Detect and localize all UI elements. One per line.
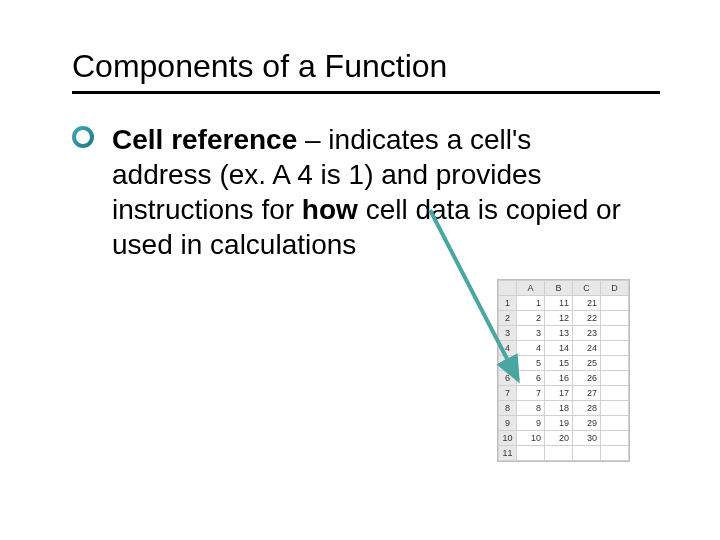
- cell: 13: [545, 326, 573, 341]
- row-header: 7: [499, 386, 517, 401]
- row-header: 2: [499, 311, 517, 326]
- bullet-how: how: [302, 194, 358, 225]
- table-row: 551525: [499, 356, 629, 371]
- cell: [601, 356, 629, 371]
- cell: [601, 326, 629, 341]
- bullet-text: Cell reference – indicates a cell's addr…: [112, 122, 632, 262]
- cell: 9: [517, 416, 545, 431]
- slide-title: Components of a Function: [72, 48, 660, 94]
- row-header: 10: [499, 431, 517, 446]
- cell: 17: [545, 386, 573, 401]
- row-header: 1: [499, 296, 517, 311]
- cell: 21: [573, 296, 601, 311]
- table-row: 10102030: [499, 431, 629, 446]
- bullet-row: Cell reference – indicates a cell's addr…: [72, 122, 660, 262]
- cell: 6: [517, 371, 545, 386]
- table-row: 221222: [499, 311, 629, 326]
- table-row: 111121: [499, 296, 629, 311]
- cell: 10: [517, 431, 545, 446]
- spreadsheet-table: A B C D 11112122122233132344142455152566…: [498, 280, 629, 461]
- cell: 4: [517, 341, 545, 356]
- cell: 1: [517, 296, 545, 311]
- table-row: 441424: [499, 341, 629, 356]
- row-header: 11: [499, 446, 517, 461]
- svg-point-0: [74, 128, 92, 146]
- cell: 24: [573, 341, 601, 356]
- cell: [601, 386, 629, 401]
- cell: 3: [517, 326, 545, 341]
- cell: [601, 371, 629, 386]
- cell: 2: [517, 311, 545, 326]
- cell: 14: [545, 341, 573, 356]
- ring-bullet-icon: [72, 126, 94, 148]
- cell: 8: [517, 401, 545, 416]
- col-header: B: [545, 281, 573, 296]
- row-header: 4: [499, 341, 517, 356]
- cell: [573, 446, 601, 461]
- cell: [601, 416, 629, 431]
- cell: 15: [545, 356, 573, 371]
- col-header: D: [601, 281, 629, 296]
- cell: 25: [573, 356, 601, 371]
- col-header: A: [517, 281, 545, 296]
- cell: 19: [545, 416, 573, 431]
- row-header: 6: [499, 371, 517, 386]
- cell: 29: [573, 416, 601, 431]
- row-header: 9: [499, 416, 517, 431]
- table-row: A B C D: [499, 281, 629, 296]
- cell: 16: [545, 371, 573, 386]
- col-header: C: [573, 281, 601, 296]
- cell: [545, 446, 573, 461]
- cell: 12: [545, 311, 573, 326]
- cell: 18: [545, 401, 573, 416]
- bullet-term: Cell reference: [112, 124, 297, 155]
- row-header: 8: [499, 401, 517, 416]
- cell: [517, 446, 545, 461]
- table-row: 11: [499, 446, 629, 461]
- table-row: 881828: [499, 401, 629, 416]
- table-row: 771727: [499, 386, 629, 401]
- row-header: 5: [499, 356, 517, 371]
- table-row: 661626: [499, 371, 629, 386]
- cell: 5: [517, 356, 545, 371]
- cell: [601, 401, 629, 416]
- table-row: 331323: [499, 326, 629, 341]
- cell: 28: [573, 401, 601, 416]
- slide: Components of a Function Cell reference …: [0, 0, 720, 540]
- cell: 7: [517, 386, 545, 401]
- cell: [601, 431, 629, 446]
- cell: 23: [573, 326, 601, 341]
- cell: 20: [545, 431, 573, 446]
- cell: 26: [573, 371, 601, 386]
- cell: [601, 446, 629, 461]
- corner-cell: [499, 281, 517, 296]
- cell: 22: [573, 311, 601, 326]
- row-header: 3: [499, 326, 517, 341]
- spreadsheet-snippet: A B C D 11112122122233132344142455152566…: [497, 279, 630, 462]
- cell: 27: [573, 386, 601, 401]
- cell: 11: [545, 296, 573, 311]
- table-row: 991929: [499, 416, 629, 431]
- cell: [601, 311, 629, 326]
- cell: 30: [573, 431, 601, 446]
- cell: [601, 296, 629, 311]
- cell: [601, 341, 629, 356]
